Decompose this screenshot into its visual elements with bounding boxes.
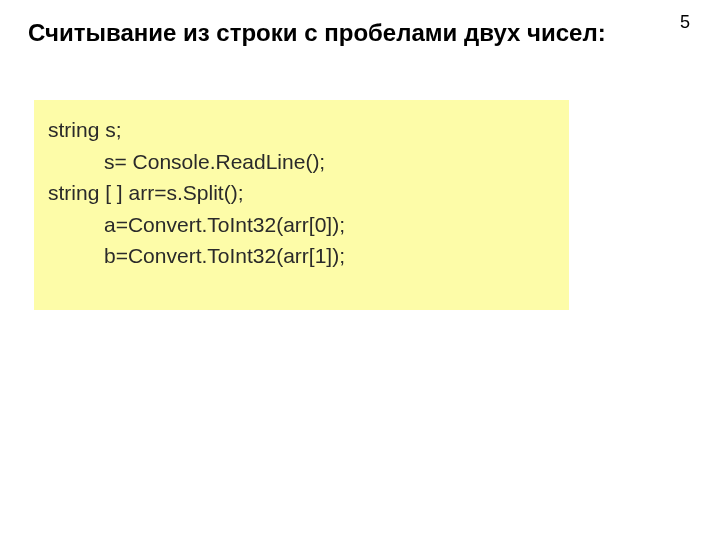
code-line: string s; bbox=[48, 114, 555, 146]
code-line: string [ ] arr=s.Split(); bbox=[48, 177, 555, 209]
code-line: b=Convert.ToInt32(arr[1]); bbox=[48, 240, 555, 272]
code-line: a=Convert.ToInt32(arr[0]); bbox=[48, 209, 555, 241]
page-number: 5 bbox=[680, 12, 690, 33]
code-block: string s; s= Console.ReadLine(); string … bbox=[34, 100, 569, 310]
slide-title: Считывание из строки с пробелами двух чи… bbox=[28, 18, 640, 48]
code-line: s= Console.ReadLine(); bbox=[48, 146, 555, 178]
